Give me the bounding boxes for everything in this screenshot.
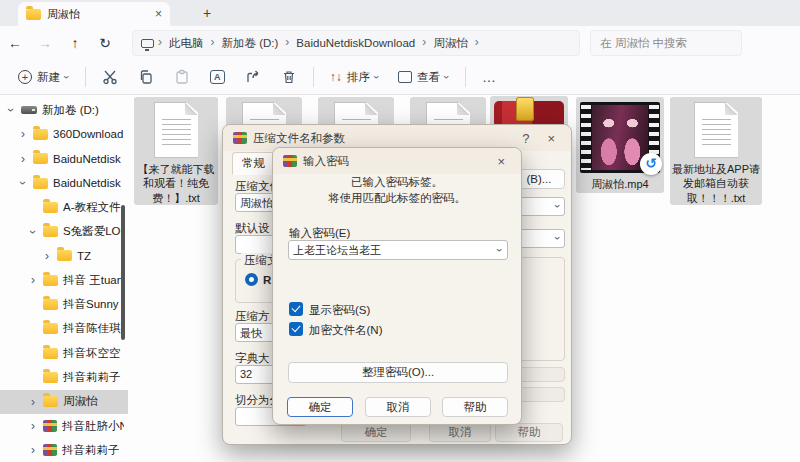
- breadcrumb-this-pc[interactable]: 此电脑: [166, 36, 207, 51]
- delete-button[interactable]: [271, 63, 307, 91]
- close-icon[interactable]: ×: [541, 131, 561, 146]
- breadcrumb-baidunetdisk[interactable]: BaiduNetdiskDownload: [293, 37, 418, 49]
- file-zuixin-txt[interactable]: 最新地址及APP请发邮箱自动获取！！！.txt: [670, 97, 762, 205]
- winrar-icon: [233, 132, 247, 144]
- folder-icon: [43, 299, 58, 310]
- help-icon[interactable]: ?: [516, 131, 535, 146]
- sync-badge-icon: ↺: [640, 153, 662, 175]
- sidebar-item-label: 抖音莉莉子: [62, 443, 124, 458]
- paste-button[interactable]: [164, 63, 200, 91]
- chevron-right-icon: ›: [211, 35, 215, 49]
- password-dialog-titlebar[interactable]: 输入密码 ×: [273, 148, 521, 174]
- sidebar-item-douyin-lilizi-rar[interactable]: › 抖音莉莉子: [0, 438, 128, 462]
- sort-icon: ↑↓: [330, 70, 342, 84]
- sidebar-item-stujiang[interactable]: › S兔酱爱LOU: [0, 219, 128, 243]
- organize-passwords-button[interactable]: 整理密码(O)...: [288, 362, 508, 383]
- new-button[interactable]: + 新建 ›: [8, 63, 79, 91]
- tab-close-icon[interactable]: ×: [155, 7, 162, 21]
- view-button-label: 查看: [417, 70, 440, 85]
- more-icon: …: [482, 69, 497, 85]
- sidebar-item-douyin-chenjiaqi[interactable]: 抖音陈佳琪: [0, 317, 128, 341]
- explorer-window: 周淑怡 × + ← → ↑ ↻ › 此电脑 › 新加卷 (D:) › Baidu…: [0, 0, 800, 462]
- archive-ok-button[interactable]: 确定: [341, 423, 411, 442]
- sidebar-item-label: 抖音坏空空: [63, 346, 124, 361]
- refresh-icon[interactable]: ↻: [90, 35, 120, 51]
- tab-zhoushuyi[interactable]: 周淑怡 ×: [18, 2, 170, 26]
- breadcrumb-zhoushuyi[interactable]: 周淑怡: [430, 36, 471, 51]
- sidebar-item-label: S兔酱爱LOU: [63, 224, 124, 239]
- cut-icon: [102, 69, 118, 85]
- chevron-collapsed-icon[interactable]: ›: [28, 273, 38, 287]
- chevron-expanded-icon[interactable]: ›: [4, 105, 18, 115]
- chevron-expanded-icon[interactable]: ›: [26, 227, 40, 237]
- sidebar-item-360download[interactable]: › 360Download: [0, 122, 128, 146]
- encrypt-names-checkbox[interactable]: [289, 322, 303, 336]
- sidebar-item-douyin-duqi-rar[interactable]: › 抖音肚脐小N: [0, 414, 128, 438]
- up-icon[interactable]: ↑: [60, 35, 90, 51]
- file-laile-txt[interactable]: 【来了就能下载和观看！纯免费！】.txt: [134, 97, 218, 205]
- sidebar-item-label: 抖音莉莉子: [63, 370, 124, 385]
- file-name: 【来了就能下载和观看！纯免费！】.txt: [134, 162, 218, 205]
- sidebar-item-douyin-sunny[interactable]: 抖音Sunny: [0, 292, 128, 316]
- forward-icon[interactable]: →: [30, 35, 60, 51]
- password-combobox[interactable]: 上老王论坛当老王 ›: [288, 240, 508, 260]
- archive-dialog-title: 压缩文件名和参数: [253, 131, 345, 146]
- chevron-collapsed-icon[interactable]: ›: [42, 249, 52, 263]
- new-tab-button[interactable]: +: [196, 3, 218, 23]
- sidebar-scrollbar[interactable]: [121, 205, 125, 340]
- share-button[interactable]: [235, 63, 271, 91]
- show-password-checkbox[interactable]: [289, 302, 303, 316]
- sidebar-item-drive-d[interactable]: › 新加卷 (D:): [0, 98, 128, 122]
- chevron-collapsed-icon[interactable]: ›: [28, 443, 38, 457]
- sidebar-item-a-jiaocheng[interactable]: A-教程文件: [0, 195, 128, 219]
- chevron-collapsed-icon[interactable]: ›: [28, 419, 38, 433]
- password-help-button[interactable]: 帮助: [442, 397, 508, 417]
- this-pc-icon: [141, 39, 154, 48]
- chevron-collapsed-icon[interactable]: ›: [18, 152, 28, 166]
- breadcrumb-drive-d[interactable]: 新加卷 (D:): [219, 36, 282, 51]
- sidebar-item-douyin-wang[interactable]: › 抖音 王tuan: [0, 268, 128, 292]
- password-cancel-button[interactable]: 取消: [365, 397, 431, 417]
- chevron-down-icon: ›: [441, 75, 453, 79]
- close-icon[interactable]: ×: [491, 154, 511, 169]
- text-file-icon: [154, 102, 199, 158]
- tab-bar: 周淑怡 × +: [0, 0, 800, 26]
- sidebar-item-zhoushuyi[interactable]: › 周淑怡: [0, 390, 128, 414]
- sidebar-item-label: 抖音Sunny: [63, 297, 124, 312]
- text-file-icon: [694, 102, 739, 158]
- sidebar-item-label: BaiduNetdisk: [53, 177, 124, 189]
- sort-button[interactable]: ↑↓ 排序 ›: [320, 63, 389, 91]
- sidebar-item-label: A-教程文件: [63, 200, 124, 215]
- rename-button[interactable]: A: [200, 63, 235, 91]
- password-value: 上老王论坛当老王: [293, 244, 381, 256]
- search-input[interactable]: [590, 30, 742, 56]
- breadcrumb[interactable]: › 此电脑 › 新加卷 (D:) › BaiduNetdiskDownload …: [132, 30, 580, 56]
- rar-radio[interactable]: [245, 273, 258, 286]
- encrypt-names-label: 加密文件名(N): [309, 323, 382, 338]
- password-ok-button[interactable]: 确定: [287, 397, 353, 417]
- sidebar-item-baidunetdisk[interactable]: › BaiduNetdisk: [0, 147, 128, 171]
- sidebar-item-tz[interactable]: › TZ: [0, 244, 128, 268]
- back-icon[interactable]: ←: [0, 35, 30, 51]
- sidebar-item-douyin-lilizi[interactable]: 抖音莉莉子: [0, 365, 128, 389]
- copy-button[interactable]: [128, 63, 164, 91]
- view-button[interactable]: 查看 ›: [388, 63, 459, 91]
- show-password-label: 显示密码(S): [309, 303, 370, 318]
- archive-help-button[interactable]: 帮助: [495, 423, 563, 442]
- sidebar-item-label: 抖音陈佳琪: [63, 321, 124, 336]
- rename-icon: A: [210, 70, 225, 84]
- sidebar-item-douyin-huaikongkong[interactable]: 抖音坏空空: [0, 341, 128, 365]
- sidebar-item-label: 抖音 王tuan: [63, 273, 124, 288]
- more-button[interactable]: …: [472, 63, 507, 91]
- chevron-collapsed-icon[interactable]: ›: [18, 127, 28, 141]
- chevron-collapsed-icon[interactable]: ›: [28, 395, 38, 409]
- chevron-expanded-icon[interactable]: ›: [16, 178, 30, 188]
- chevron-down-icon: ›: [371, 75, 383, 79]
- sidebar-item-baidunetdisk-2[interactable]: › BaiduNetdisk: [0, 171, 128, 195]
- archive-cancel-button[interactable]: 取消: [429, 423, 491, 442]
- cut-button[interactable]: [92, 63, 128, 91]
- folder-icon: [43, 202, 58, 213]
- file-zhoushuyi-mp4[interactable]: ↺ 周淑怡.mp4: [576, 97, 664, 193]
- chevron-down-icon: ›: [552, 204, 564, 208]
- winrar-icon: [283, 155, 297, 167]
